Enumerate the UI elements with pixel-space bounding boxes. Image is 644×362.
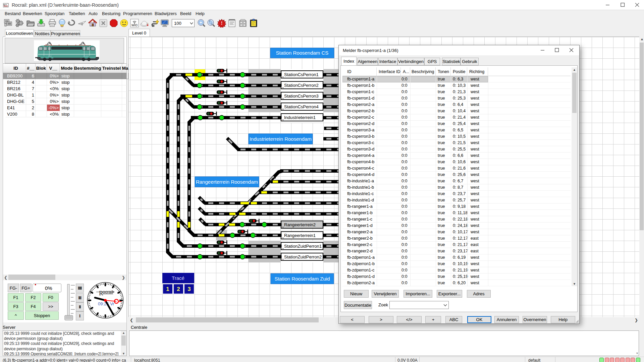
svg-text:3: 3 bbox=[187, 286, 191, 292]
svg-text:+: + bbox=[282, 247, 284, 250]
svg-text:StationZuidPerron2: StationZuidPerron2 bbox=[284, 254, 322, 259]
svg-text:Rangeerterrein Roosendam: Rangeerterrein Roosendam bbox=[196, 179, 258, 185]
svg-text:1: 1 bbox=[166, 286, 169, 292]
svg-text:Industrieterrein Roosendam: Industrieterrein Roosendam bbox=[250, 136, 312, 142]
svg-text:2: 2 bbox=[177, 286, 180, 292]
svg-text:Station Roosendam Zuid: Station Roosendam Zuid bbox=[274, 276, 330, 282]
svg-text:+: + bbox=[282, 75, 284, 79]
svg-text:Rangeerterrein2: Rangeerterrein2 bbox=[284, 222, 316, 227]
svg-text:Station Roosendam CS: Station Roosendam CS bbox=[276, 50, 329, 56]
svg-text:StationCsPerron2: StationCsPerron2 bbox=[284, 83, 319, 88]
svg-text:+: + bbox=[282, 108, 284, 111]
svg-text:StationCsPerron1: StationCsPerron1 bbox=[284, 72, 319, 77]
svg-text:Rangeerterrein1: Rangeerterrein1 bbox=[284, 233, 316, 238]
svg-text:+: + bbox=[282, 97, 284, 100]
svg-text:+: + bbox=[282, 86, 284, 89]
svg-text:StationCsPerron4: StationCsPerron4 bbox=[284, 104, 319, 109]
svg-text:WIO: WIO bbox=[131, 23, 138, 27]
svg-text:+: + bbox=[282, 236, 284, 240]
svg-text:+: + bbox=[282, 118, 284, 122]
svg-text:BB 9237: BB 9237 bbox=[84, 55, 89, 57]
svg-text:StationZuidPerron1: StationZuidPerron1 bbox=[284, 244, 322, 249]
svg-text:StationCsPerron3: StationCsPerron3 bbox=[284, 94, 319, 99]
svg-text:!: ! bbox=[221, 21, 223, 26]
svg-text:Industrieterrein1: Industrieterrein1 bbox=[284, 115, 316, 120]
svg-text:+: + bbox=[282, 258, 284, 261]
svg-text:SNCF: SNCF bbox=[48, 55, 52, 57]
svg-text:+: + bbox=[282, 226, 284, 229]
svg-text:Tracé: Tracé bbox=[172, 275, 184, 281]
